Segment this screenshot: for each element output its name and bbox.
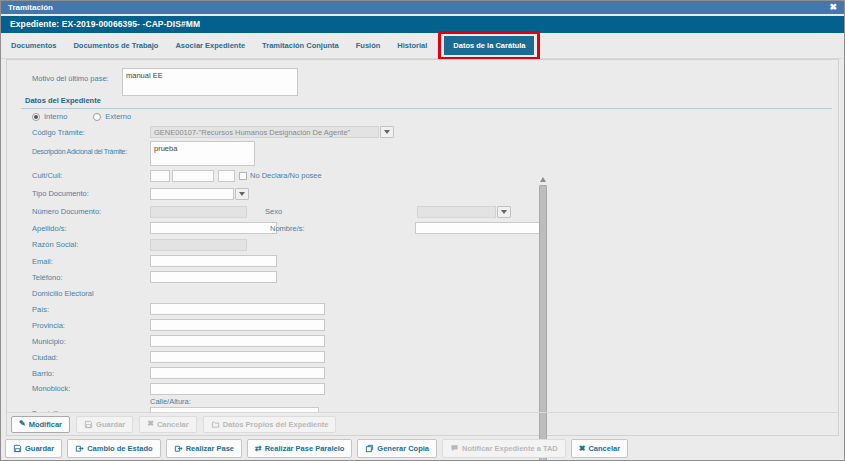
datos-propios-button: Datos Propios del Expediente [203, 416, 337, 433]
numero-documento-label: Número Documento: [32, 207, 150, 216]
apellidos-row: Apellido/s: Nombre/s: [32, 220, 838, 236]
parallel-arrows-icon: ⇄ [255, 445, 262, 453]
municipio-label: Municipio: [32, 337, 150, 346]
tramitacion-window: Tramitación ✖ Expediente: EX-2019-000663… [0, 0, 845, 461]
radio-externo[interactable] [93, 113, 101, 121]
expediente-bar: Expediente: EX-2019-00066395- -CAP-DIS#M… [1, 16, 844, 33]
modificar-button[interactable]: ✎ Modificar [11, 416, 70, 433]
ciudad-input[interactable] [150, 351, 325, 363]
chevron-down-icon [239, 192, 245, 196]
provincia-input[interactable] [150, 319, 325, 331]
generar-copia-button[interactable]: Generar Copia [357, 439, 437, 458]
codigo-tramite-input [150, 126, 379, 138]
cuit-cuil-row: Cuit/Cuil: No Declara/No posee [32, 167, 838, 184]
cuit-prefix-input[interactable] [150, 170, 170, 182]
speech-bubble-icon [450, 444, 459, 453]
municipio-input[interactable] [150, 335, 325, 347]
tipo-documento-label: Tipo Documento: [32, 189, 150, 198]
barrio-input[interactable] [150, 367, 325, 379]
chevron-down-icon [384, 130, 390, 134]
numero-documento-input [150, 206, 247, 218]
save-icon [13, 444, 22, 453]
realizar-pase-button[interactable]: Realizar Pase [166, 439, 242, 458]
tipo-documento-dropdown-button[interactable] [235, 188, 249, 200]
save-icon [84, 420, 93, 429]
razon-social-input [150, 239, 247, 251]
realizar-pase-paralelo-button[interactable]: ⇄ Realizar Pase Paralelo [247, 439, 352, 458]
domicilio-electoral-label: Domicilio Electoral [32, 289, 150, 298]
datos-propios-label: Datos Propios del Expediente [223, 420, 329, 429]
provincia-label: Provincia: [32, 321, 150, 330]
numero-documento-row: Número Documento: Sexo [32, 203, 838, 220]
razon-social-label: Razón Social: [32, 240, 150, 249]
tab-tramitacion-conjunta[interactable]: Tramitación Conjunta [262, 41, 339, 50]
descripcion-adicional-label: Descripción Adicional del Trámite: [32, 141, 150, 155]
tab-documentos-de-trabajo[interactable]: Documentos de Trabajo [73, 41, 158, 50]
guardar-label: Guardar [25, 444, 54, 453]
cancelar-label: Cancelar [588, 444, 620, 453]
motivo-textarea[interactable]: manual EE [122, 68, 298, 96]
realizar-pase-paralelo-label: Realizar Pase Paralelo [265, 444, 345, 453]
cuit-number-input[interactable] [172, 170, 214, 182]
email-label: Email: [32, 257, 150, 266]
window-title: Tramitación [8, 3, 53, 12]
close-icon[interactable]: ✖ [829, 1, 837, 14]
cancel-icon: ✖ [147, 420, 154, 428]
nombres-input[interactable] [415, 222, 543, 234]
descripcion-adicional-textarea[interactable]: prueba [150, 141, 255, 166]
radio-interno-label: Interno [44, 112, 67, 121]
realizar-pase-label: Realizar Pase [186, 444, 234, 453]
tab-historial[interactable]: Historial [397, 41, 427, 50]
barrio-label: Barrio: [32, 369, 150, 378]
pais-row: País: [32, 301, 838, 317]
motivo-row: Motivo del último pase: manual EE [32, 64, 838, 94]
tab-datos-de-la-caratula[interactable]: Datos de la Carátula [444, 36, 534, 55]
cancelar-button[interactable]: ✖ Cancelar [571, 439, 628, 458]
section-title-datos-expediente: Datos del Expediente [25, 94, 838, 108]
scroll-up-icon[interactable] [540, 177, 546, 182]
monoblock-input[interactable] [150, 383, 325, 395]
telefono-input[interactable] [150, 271, 277, 283]
guardar-button[interactable]: Guardar [5, 439, 62, 458]
calle-altura-row: Calle/Altura: [32, 396, 838, 406]
provincia-row: Provincia: [32, 317, 838, 333]
codigo-tramite-label: Código Trámite: [32, 128, 150, 137]
no-declara-checkbox[interactable] [239, 172, 247, 180]
codigo-tramite-row: Código Trámite: [32, 124, 838, 140]
tab-fusion[interactable]: Fusión [356, 41, 381, 50]
guardar-panel-label: Guardar [96, 420, 125, 429]
email-row: Email: [32, 253, 838, 269]
descripcion-adicional-row: Descripción Adicional del Trámite: prueb… [32, 140, 838, 167]
box-arrow-icon [174, 444, 183, 453]
cancelar-panel-button: ✖ Cancelar [139, 416, 196, 433]
footer-button-row: Guardar Cambio de Estado Realizar Pase ⇄… [5, 439, 628, 458]
ciudad-label: Ciudad: [32, 353, 150, 362]
apellidos-label: Apellido/s: [32, 224, 150, 233]
tipo-documento-input[interactable] [150, 188, 234, 200]
tipo-documento-row: Tipo Documento: [32, 184, 838, 203]
email-input[interactable] [150, 255, 277, 267]
apellidos-input[interactable] [150, 222, 277, 234]
guardar-panel-button: Guardar [76, 416, 133, 433]
tab-documentos[interactable]: Documentos [11, 41, 56, 50]
codigo-tramite-dropdown-button[interactable] [380, 126, 394, 138]
cuit-suffix-input[interactable] [218, 170, 235, 182]
pais-input[interactable] [150, 303, 325, 315]
notificar-expediente-tad-label: Notificar Expediente a TAD [462, 444, 558, 453]
telefono-row: Teléfono: [32, 269, 838, 285]
pais-label: País: [32, 305, 150, 314]
expediente-label: Expediente: EX-2019-00066395- -CAP-DIS#M… [10, 19, 200, 29]
ciudad-row: Ciudad: [32, 349, 838, 365]
radio-interno[interactable] [32, 113, 40, 121]
panel-button-row: ✎ Modificar Guardar ✖ Cancelar Datos Pro… [7, 412, 838, 435]
notificar-expediente-tad-button: Notificar Expediente a TAD [442, 439, 566, 458]
tab-asociar-expediente[interactable]: Asociar Expediente [175, 41, 245, 50]
chevron-down-icon [501, 210, 507, 214]
nombres-label: Nombre/s: [270, 224, 305, 233]
domicilio-electoral-row: Domicilio Electoral [32, 285, 838, 301]
tab-bar: Documentos Documentos de Trabajo Asociar… [1, 33, 844, 59]
sexo-label: Sexo [265, 207, 282, 216]
cambio-de-estado-button[interactable]: Cambio de Estado [67, 439, 160, 458]
cambio-de-estado-label: Cambio de Estado [87, 444, 152, 453]
sexo-dropdown-button[interactable] [497, 206, 511, 218]
